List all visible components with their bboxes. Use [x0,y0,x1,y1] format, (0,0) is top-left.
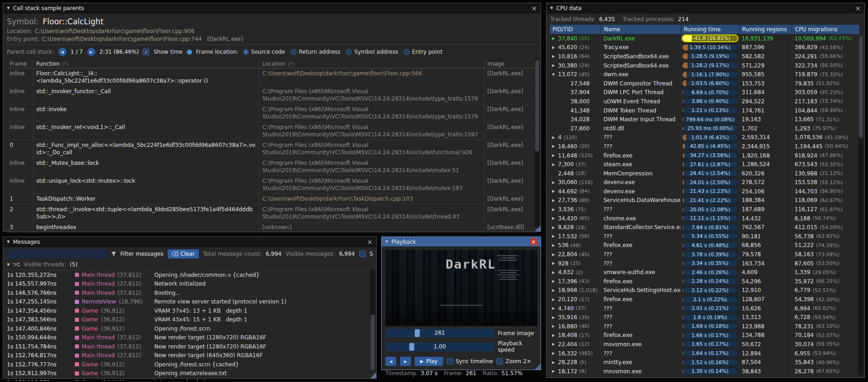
messages-titlebar[interactable]: ▼ Messages × [3,237,376,247]
prev-frame-button[interactable]: ◀ [385,357,396,366]
frame-slider[interactable]: 261 [385,329,494,337]
cpu-row[interactable]: ▶ 22,404 (12) msvsmon.exe 1.65 s (0.17%)… [550,340,864,349]
help-icon[interactable]: (?) [62,61,68,67]
expand-icon[interactable]: ▶ [552,369,558,373]
frame-column-header[interactable]: Frame [7,60,34,68]
collapse-icon[interactable]: ▼ [7,240,10,244]
clear-button[interactable]: Clear [168,249,199,258]
resize-grip[interactable] [370,372,376,378]
cpu-row[interactable]: 27,800 ntdll.dll 25.93 ms (0.00%) 1,702 [550,124,864,133]
callstack-row[interactable]: 3 beginthreadex [unknown] [ucrtbase.dll] [7,222,537,233]
expand-icon[interactable]: ▶ [552,298,558,302]
cpu-row[interactable]: 27,548 DWM Compositor Thread 1:03.5 (6.6… [550,79,864,88]
collapse-icon[interactable]: ▼ [385,240,388,244]
cpu-row[interactable]: ▶ 30,060 (116) devenv.exe 24.01 s (2.50%… [550,178,864,187]
cpu-row[interactable]: ▶ 30,380 (24) ScriptedSandbox64.exe 1:28… [550,61,864,70]
scrollbar[interactable] [370,269,375,370]
play-button[interactable]: ▶ Play [415,357,443,366]
expand-icon[interactable]: ▶ [552,163,558,167]
frame-location-radio[interactable]: Symbol address [346,49,398,55]
expand-icon[interactable]: ▶ [552,279,558,283]
image-column-header[interactable]: Image [485,60,530,68]
cpu-row[interactable]: ▶ 536 (49) firefox.exe 4.61 s (0.48%) 68… [550,241,864,250]
cpu-row[interactable]: ▶ 18,968 (1,018) ServiceHub.SettingsHost… [550,286,864,295]
message-row[interactable]: 1s 151,754,784ns Main thread (37,812) Ne… [5,342,374,351]
cpu-row[interactable]: ▶ 37,840 (55) DarkRL.exe 2:41.8 (16.81%)… [550,34,864,43]
cpu-row[interactable]: ▼ 13,072 (45) dwm.exe 1:16.1 (7.90%) 955… [550,70,864,79]
message-row[interactable]: 1s 147,354,456ns Game (36,912) VRAM 37x4… [5,306,374,315]
cpu-row[interactable]: ▶ 35,916 (39) ??? 1.8 s (0.19%) 13,313 [550,313,864,322]
cpu-row[interactable]: ▶ 20,120 (17) firefox.exe 2.1 s (0.22%) … [550,295,864,304]
next-frame-button[interactable]: ▶ [400,357,411,366]
cpu-row[interactable]: 37,904 DWM LPC Port Thread 6.69 s (0.70%… [550,88,864,97]
cpu-row[interactable]: ▶ 17,396 (43) firefox.exe 2.28 s (0.24%)… [550,277,864,286]
sync-timeline-checkbox[interactable] [447,358,453,365]
collapse-icon[interactable]: ▼ [7,263,10,267]
cpu-row[interactable]: ▶ 27,736 (88) ServiceHub.DataWarehouseH … [550,196,864,205]
expand-icon[interactable]: ▼ [552,73,558,77]
show-time-checkbox[interactable]: ✓ [143,49,149,55]
scrollbar-thumb[interactable] [859,36,863,138]
close-icon[interactable]: × [855,5,861,11]
expand-icon[interactable]: ▶ [552,180,558,185]
message-row[interactable]: 1s 152,912,997ns Game (36,912) Opening /… [5,369,374,378]
expand-icon[interactable]: ▶ [552,216,558,220]
expand-icon[interactable]: ▶ [552,342,558,346]
collapse-icon[interactable]: ▼ [7,6,10,10]
speed-slider[interactable]: 1.00 [385,343,494,351]
callstack-row[interactable]: 1 TaskDispatch::Worker C:\Users\wolf\Des… [7,194,537,204]
expand-icon[interactable]: ▶ [552,243,558,247]
expand-icon[interactable]: ▶ [552,189,558,193]
callstack-row[interactable]: inline std::_Invoker_functor::_Call C:\P… [7,86,537,104]
cpu-row[interactable]: ▶ 45,620 (24) Tracy.exe 1:39.5 (10.34%) … [550,43,864,52]
cpu-row[interactable]: ▶ 4,740 (37) ??? 2.01 s (0.21%) 10,626 [550,304,864,313]
close-icon[interactable]: × [367,239,372,245]
show-images-checkbox[interactable] [359,251,366,257]
callstack-row[interactable]: inline std::_Mutex_base::lock C:\Program… [7,158,537,176]
next-parent-button[interactable]: ▶ [87,48,96,56]
running-regions-column-header[interactable]: Running regions [739,25,792,34]
cpu-row[interactable]: 34,028 DWM Master Input Thread 799.64 ms… [550,115,864,124]
cpu-row[interactable]: ▶ 3,536 (75) ??? 20.05 s (2.08%) 187,689 [550,205,864,214]
cpu-row[interactable]: ▶ 18,460 (20) ??? 42.85 s (4.45%) 2,344,… [550,142,864,151]
cpu-row[interactable]: ▶ 18,172 (8) msvsmon.exe 1.35 s (0.14%) … [550,367,864,376]
expand-icon[interactable]: ▶ [552,54,558,58]
name-column-header[interactable]: Name [601,25,681,34]
callstack-row[interactable]: inline std::_Invoker_ret<void,1>::_Call … [7,122,537,140]
message-row[interactable]: 1s 145,557,997ns Main thread (37,812) Ne… [5,280,374,289]
expand-icon[interactable]: ▶ [552,63,558,67]
frame-location-radio[interactable]: Source code [243,49,285,55]
expand-icon[interactable]: ▶ [552,270,558,275]
expand-icon[interactable]: ▶ [552,261,558,265]
cpu-row[interactable]: ▶ 11,648 (120) firefox.exe 34.27 s (3.56… [550,151,864,160]
cpu-row[interactable]: ▶ 928 (25) ??? 3.34 s (0.35%) 163,734 [550,259,864,268]
expand-icon[interactable]: ▶ [552,315,558,320]
expand-icon[interactable]: ▶ [552,306,558,310]
cpu-row[interactable]: ▶ 17,532 (56) ??? 5.34 s (0.55%) 90,181 [550,232,864,241]
close-icon[interactable]: × [531,5,537,11]
expand-icon[interactable]: ▶ [552,234,558,238]
message-row[interactable]: 1s 147,255,145ns RemoteView (18,796) Rem… [5,298,374,307]
help-icon[interactable]: (?) [288,61,294,67]
playback-titlebar[interactable]: ▼ Playback × [382,237,541,247]
cpu-row[interactable]: ▶ 16,332 (982) ??? 1.64 s (0.17%) 12,894 [550,349,864,358]
message-row[interactable]: 1s 147,400,846ns Game (36,912) Opening /… [5,324,374,333]
filter-input[interactable] [7,249,107,258]
callstack-titlebar[interactable]: ▼ Call stack sample parents × [3,3,541,13]
cpu-row[interactable]: ▶ 7,300 (37) steam.exe 27.61 s (2.87%) 1… [550,160,864,169]
message-row[interactable]: 1s 120,355,272ns Main thread (37,812) Op… [5,270,374,280]
cpu-row[interactable]: ▶ 4,632 (2) vmware-authd.exe 2.46 s (0.2… [550,268,864,277]
function-column-header[interactable]: Function(?) [34,60,259,68]
collapse-icon[interactable]: ▼ [550,6,553,10]
message-row[interactable]: 1s 152,776,777ns Game (36,912) Opening /… [5,360,374,369]
running-time-column-header[interactable]: Running time [681,25,739,34]
expand-icon[interactable]: ▶ [552,288,558,292]
cpu-migrations-column-header[interactable]: CPU migrations [792,25,859,34]
scrollbar-thumb[interactable] [371,315,375,370]
cpu-row[interactable]: ▶ 10,816 (64) ScriptedSandbox64.exe 1:28… [550,52,864,61]
cpu-row[interactable]: 38,000 uDWM Event Thread 3.86 s (0.40%) … [550,97,864,106]
frame-location-radio[interactable]: Entry point [404,49,442,55]
expand-icon[interactable]: ▶ [552,45,558,50]
prev-parent-button[interactable]: ◀ [58,48,67,56]
message-row[interactable]: 1s 146,576,766ns Main thread (37,812) Bo… [5,288,374,298]
